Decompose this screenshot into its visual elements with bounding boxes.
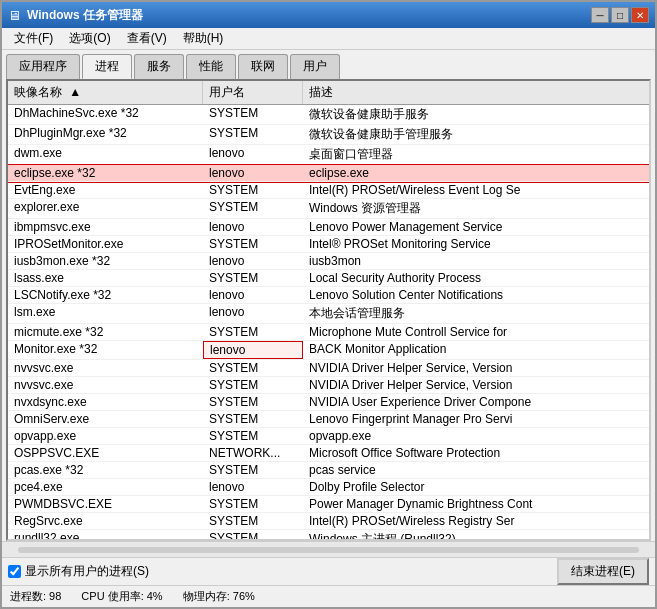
tab-应用程序[interactable]: 应用程序 [6,54,80,79]
process-name: pcas.exe *32 [8,462,203,478]
process-desc: 本地会话管理服务 [303,304,649,323]
process-desc: 微软设备健康助手管理服务 [303,125,649,144]
process-name: nvvsvc.exe [8,360,203,376]
process-user: lenovo [203,287,303,303]
process-user: SYSTEM [203,428,303,444]
process-name: lsm.exe [8,304,203,323]
table-row[interactable]: RegSrvc.exeSYSTEMIntel(R) PROSet/Wireles… [8,513,649,530]
process-name: OmniServ.exe [8,411,203,427]
process-user: SYSTEM [203,530,303,539]
table-row[interactable]: pcas.exe *32SYSTEMpcas service [8,462,649,479]
end-process-button[interactable]: 结束进程(E) [557,558,649,585]
show-all-users-input[interactable] [8,565,21,578]
process-desc: Windows 资源管理器 [303,199,649,218]
process-name: RegSrvc.exe [8,513,203,529]
process-desc: iusb3mon [303,253,649,269]
table-row[interactable]: IPROSetMonitor.exeSYSTEMIntel® PROSet Mo… [8,236,649,253]
process-table-body[interactable]: DhMachineSvc.exe *32SYSTEM微软设备健康助手服务DhPl… [8,105,649,539]
process-desc: Windows 主进程 (Rundll32) [303,530,649,539]
col-header-name[interactable]: 映像名称 ▲ [8,81,203,104]
table-row[interactable]: lsm.exelenovo本地会话管理服务 [8,304,649,324]
process-name: nvvsvc.exe [8,377,203,393]
tab-content: 映像名称 ▲ 用户名 描述 DhMachineSvc.exe *32SYSTEM… [6,79,651,541]
process-name: OSPPSVC.EXE [8,445,203,461]
table-row[interactable]: eclipse.exe *32lenovoeclipse.exe [8,165,649,182]
process-user: SYSTEM [203,411,303,427]
table-row[interactable]: DhMachineSvc.exe *32SYSTEM微软设备健康助手服务 [8,105,649,125]
window-icon: 🖥 [8,8,21,23]
table-row[interactable]: ibmpmsvc.exelenovoLenovo Power Managemen… [8,219,649,236]
process-user: SYSTEM [203,324,303,340]
menu-item-帮助(H)[interactable]: 帮助(H) [175,28,232,49]
table-row[interactable]: dwm.exelenovo桌面窗口管理器 [8,145,649,165]
table-row[interactable]: nvvsvc.exeSYSTEMNVIDIA Driver Helper Ser… [8,377,649,394]
show-all-users-checkbox[interactable]: 显示所有用户的进程(S) [8,563,149,580]
tabs-bar: 应用程序进程服务性能联网用户 [2,50,655,79]
process-user: SYSTEM [203,236,303,252]
process-user: SYSTEM [203,125,303,144]
menu-item-文件(F)[interactable]: 文件(F) [6,28,61,49]
sort-arrow-icon: ▲ [69,85,81,99]
col-header-user[interactable]: 用户名 [203,81,303,104]
process-desc: Microsoft Office Software Protection [303,445,649,461]
table-row[interactable]: nvxdsync.exeSYSTEMNVIDIA User Experience… [8,394,649,411]
process-name: DhMachineSvc.exe *32 [8,105,203,124]
menu-item-选项(O)[interactable]: 选项(O) [61,28,118,49]
table-row[interactable]: PWMDBSVC.EXESYSTEMPower Manager Dynamic … [8,496,649,513]
table-row[interactable]: nvvsvc.exeSYSTEMNVIDIA Driver Helper Ser… [8,360,649,377]
main-window: 🖥 Windows 任务管理器 ─ □ ✕ 文件(F)选项(O)查看(V)帮助(… [0,0,657,609]
process-desc: NVIDIA User Experience Driver Compone [303,394,649,410]
scroll-track [18,547,639,553]
process-user: SYSTEM [203,496,303,512]
horizontal-scrollbar[interactable] [2,541,655,557]
process-name: micmute.exe *32 [8,324,203,340]
tab-性能[interactable]: 性能 [186,54,236,79]
process-user: lenovo [203,341,303,359]
table-row[interactable]: OSPPSVC.EXENETWORK...Microsoft Office So… [8,445,649,462]
process-name: EvtEng.exe [8,182,203,198]
process-desc: 微软设备健康助手服务 [303,105,649,124]
table-row[interactable]: pce4.exelenovoDolby Profile Selector [8,479,649,496]
minimize-button[interactable]: ─ [591,7,609,23]
process-desc: 桌面窗口管理器 [303,145,649,164]
process-desc: NVIDIA Driver Helper Service, Version [303,360,649,376]
title-bar: 🖥 Windows 任务管理器 ─ □ ✕ [2,2,655,28]
table-row[interactable]: OmniServ.exeSYSTEMLenovo Fingerprint Man… [8,411,649,428]
process-desc: Lenovo Solution Center Notifications [303,287,649,303]
table-row[interactable]: Monitor.exe *32lenovoBACK Monitor Applic… [8,341,649,360]
tab-联网[interactable]: 联网 [238,54,288,79]
process-user: lenovo [203,219,303,235]
tab-用户[interactable]: 用户 [290,54,340,79]
table-row[interactable]: lsass.exeSYSTEMLocal Security Authority … [8,270,649,287]
process-desc: Lenovo Power Management Service [303,219,649,235]
table-row[interactable]: LSCNotify.exe *32lenovoLenovo Solution C… [8,287,649,304]
process-desc: eclipse.exe [303,165,649,181]
tab-服务[interactable]: 服务 [134,54,184,79]
process-desc: Local Security Authority Process [303,270,649,286]
process-desc: Power Manager Dynamic Brightness Cont [303,496,649,512]
close-button[interactable]: ✕ [631,7,649,23]
table-row[interactable]: micmute.exe *32SYSTEMMicrophone Mute Con… [8,324,649,341]
table-row[interactable]: rundll32.exeSYSTEMWindows 主进程 (Rundll32) [8,530,649,539]
table-row[interactable]: iusb3mon.exe *32lenovoiusb3mon [8,253,649,270]
status-bar: 进程数: 98 CPU 使用率: 4% 物理内存: 76% [2,585,655,607]
process-name: nvxdsync.exe [8,394,203,410]
process-desc: Intel(R) PROSet/Wireless Registry Ser [303,513,649,529]
table-row[interactable]: DhPluginMgr.exe *32SYSTEM微软设备健康助手管理服务 [8,125,649,145]
process-desc: Dolby Profile Selector [303,479,649,495]
process-desc: Intel(R) PROSet/Wireless Event Log Se [303,182,649,198]
process-name: PWMDBSVC.EXE [8,496,203,512]
maximize-button[interactable]: □ [611,7,629,23]
col-header-desc[interactable]: 描述 [303,81,649,104]
table-row[interactable]: opvapp.exeSYSTEMopvapp.exe [8,428,649,445]
show-all-users-label: 显示所有用户的进程(S) [25,563,149,580]
process-user: SYSTEM [203,199,303,218]
tab-进程[interactable]: 进程 [82,54,132,79]
process-name: ibmpmsvc.exe [8,219,203,235]
menu-item-查看(V)[interactable]: 查看(V) [119,28,175,49]
table-row[interactable]: explorer.exeSYSTEMWindows 资源管理器 [8,199,649,219]
process-name: eclipse.exe *32 [8,165,203,181]
process-name: dwm.exe [8,145,203,164]
process-name: DhPluginMgr.exe *32 [8,125,203,144]
table-row[interactable]: EvtEng.exeSYSTEMIntel(R) PROSet/Wireless… [8,182,649,199]
